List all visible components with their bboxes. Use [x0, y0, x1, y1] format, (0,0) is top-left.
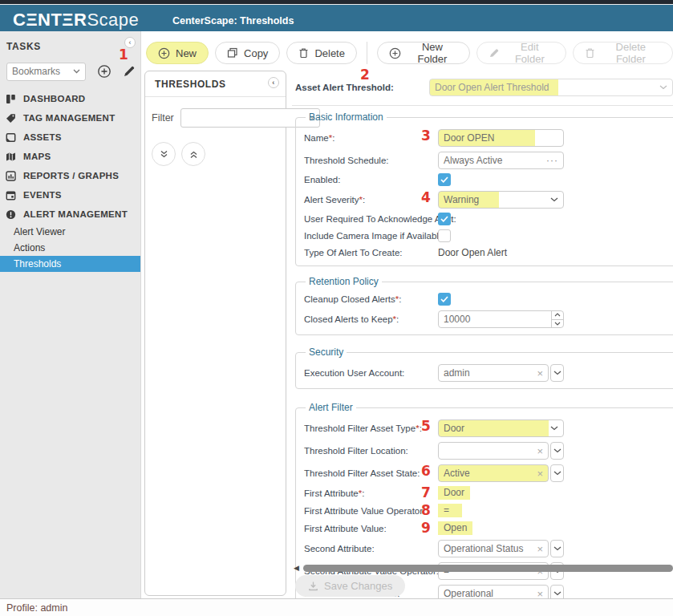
- retention-policy-section: Retention Policy Cleanup Closed Alerts*:…: [295, 276, 673, 335]
- save-changes-button[interactable]: Save Changes: [295, 575, 405, 597]
- tasks-panel-title: TASKS: [6, 41, 41, 52]
- alert-severity-row: Alert Severity*: 4 Warning: [304, 191, 673, 209]
- scrollbar-thumb[interactable]: [303, 565, 673, 572]
- dropdown-button[interactable]: [550, 442, 564, 460]
- name-row: Name*: 3: [304, 129, 673, 147]
- first-value-value: Open: [438, 521, 472, 535]
- first-operator-row: First Attribute Value Operator: 8 =: [304, 504, 673, 517]
- chevron-down-icon: [73, 69, 80, 74]
- spinner-up-icon[interactable]: [552, 311, 563, 320]
- filter-location-row: Threshold Filter Location: ×: [304, 442, 673, 460]
- edit-bookmarks-button[interactable]: [123, 65, 136, 78]
- asset-alert-threshold-select[interactable]: Door Open Alert Threshold: [429, 79, 673, 96]
- delete-folder-button[interactable]: Delete Folder: [573, 42, 673, 64]
- sidebar-item-dashboard[interactable]: DASHBOARD: [0, 89, 140, 108]
- threshold-schedule-label: Threshold Schedule:: [304, 156, 438, 165]
- scroll-left-icon[interactable]: ◀: [294, 564, 299, 572]
- annotation-8: 8: [421, 504, 431, 517]
- sidebar-item-label: EVENTS: [23, 190, 62, 200]
- execution-user-value: admin: [444, 367, 470, 379]
- execution-user-combo: admin ×: [438, 364, 564, 382]
- clear-icon[interactable]: ×: [537, 468, 543, 479]
- basic-information-legend: Basic Information: [306, 111, 387, 123]
- name-label: Name*:: [304, 133, 438, 143]
- clear-icon[interactable]: ×: [537, 368, 543, 379]
- filter-input[interactable]: [185, 112, 310, 124]
- annotation-2: 2: [360, 68, 370, 82]
- filter-label: Filter: [152, 112, 174, 124]
- dropdown-button[interactable]: [550, 464, 564, 482]
- ack-row: User Required To Acknowledge Alert:: [304, 213, 673, 225]
- sidebar-item-alert-management[interactable]: ALERT MANAGEMENT: [0, 205, 140, 224]
- sidebar-item-label: ASSETS: [23, 132, 62, 142]
- delete-folder-button-label: Delete Folder: [601, 41, 661, 65]
- filter-asset-state-input[interactable]: Active ×: [438, 464, 549, 482]
- sidebar-item-reports-graphs[interactable]: REPORTS / GRAPHS: [0, 166, 140, 185]
- second-attribute-input[interactable]: Operational Status ×: [438, 540, 549, 557]
- panel-collapse-button[interactable]: ‹: [268, 77, 279, 88]
- camera-checkbox[interactable]: [438, 229, 451, 242]
- assets-icon: [6, 132, 16, 143]
- clear-icon[interactable]: ×: [537, 544, 543, 554]
- dropdown-button[interactable]: [550, 540, 564, 557]
- number-spinner[interactable]: [551, 311, 563, 327]
- dropdown-button[interactable]: [550, 364, 564, 382]
- enabled-row: Enabled:: [304, 173, 673, 186]
- new-folder-button[interactable]: New Folder: [377, 42, 470, 64]
- ack-label: User Required To Acknowledge Alert:: [304, 214, 438, 224]
- subnav-label: Thresholds: [14, 258, 61, 270]
- cleanup-checkbox[interactable]: [438, 293, 451, 306]
- sidebar-item-alert-viewer[interactable]: Alert Viewer: [0, 224, 140, 240]
- second-attribute-combo: Operational Status ×: [438, 540, 564, 557]
- ack-checkbox[interactable]: [438, 213, 451, 225]
- clear-icon[interactable]: ×: [537, 446, 543, 456]
- closed-alerts-label: Closed Alerts to Keep*:: [304, 314, 438, 324]
- delete-button[interactable]: Delete: [286, 42, 357, 64]
- sidebar-item-events[interactable]: EVENTS: [0, 185, 140, 205]
- threshold-detail-form: Asset Alert Threshold: Door Open Alert T…: [292, 71, 673, 610]
- sidebar-item-tag-management[interactable]: TAG MANAGEMENT: [0, 108, 140, 128]
- expand-all-button[interactable]: [152, 142, 176, 166]
- sidebar-item-maps[interactable]: MAPS: [0, 147, 140, 166]
- ellipsis-button[interactable]: ···: [546, 155, 558, 166]
- delete-button-label: Delete: [314, 47, 345, 59]
- copy-button[interactable]: Copy: [215, 42, 280, 64]
- annotation-6: 6: [421, 464, 431, 478]
- security-section: Security Execution User Account: admin ×: [295, 346, 673, 389]
- enabled-checkbox[interactable]: [438, 173, 451, 186]
- new-button[interactable]: New: [146, 42, 209, 64]
- copy-icon: [227, 47, 238, 59]
- execution-user-row: Execution User Account: admin ×: [304, 364, 673, 382]
- alert-severity-select[interactable]: Warning: [438, 191, 564, 209]
- execution-user-input[interactable]: admin ×: [438, 364, 549, 382]
- closed-alerts-input[interactable]: 10000: [438, 310, 564, 328]
- chevron-down-icon: [550, 197, 558, 202]
- clear-icon[interactable]: ×: [537, 589, 543, 599]
- form-divider: [292, 105, 673, 106]
- collapse-all-button[interactable]: [181, 142, 205, 166]
- alert-type-label: Type Of Alert To Create:: [304, 248, 438, 257]
- toolbar: New Copy Delete New Folder Edit Folder D…: [146, 41, 673, 65]
- edit-folder-button[interactable]: Edit Folder: [476, 42, 566, 64]
- horizontal-scrollbar[interactable]: ◀: [294, 564, 673, 572]
- status-bar: Profile: admin: [0, 598, 673, 616]
- threshold-schedule-input[interactable]: Always Active ···: [438, 152, 564, 169]
- sidebar-item-label: REPORTS / GRAPHS: [23, 171, 119, 180]
- annotation-7: 7: [421, 486, 431, 500]
- add-bookmark-button[interactable]: [97, 64, 111, 79]
- plus-circle-icon: [389, 47, 401, 59]
- spinner-down-icon[interactable]: [552, 320, 563, 328]
- filter-location-input[interactable]: ×: [438, 442, 549, 460]
- enabled-label: Enabled:: [304, 175, 438, 184]
- trash-icon: [585, 47, 595, 59]
- first-operator-value: =: [438, 504, 462, 517]
- filter-asset-type-select[interactable]: Door: [438, 419, 564, 437]
- sidebar-item-assets[interactable]: ASSETS: [0, 128, 140, 147]
- bookmarks-select[interactable]: Bookmarks: [6, 63, 86, 81]
- thresholds-panel-header: THRESHOLDS ‹: [145, 71, 286, 97]
- filter-row: Filter ×: [152, 108, 278, 128]
- plus-circle-icon: [158, 47, 170, 59]
- name-input[interactable]: [438, 129, 564, 147]
- sidebar-item-thresholds[interactable]: Thresholds: [0, 256, 140, 272]
- sidebar-item-actions[interactable]: Actions: [0, 240, 140, 256]
